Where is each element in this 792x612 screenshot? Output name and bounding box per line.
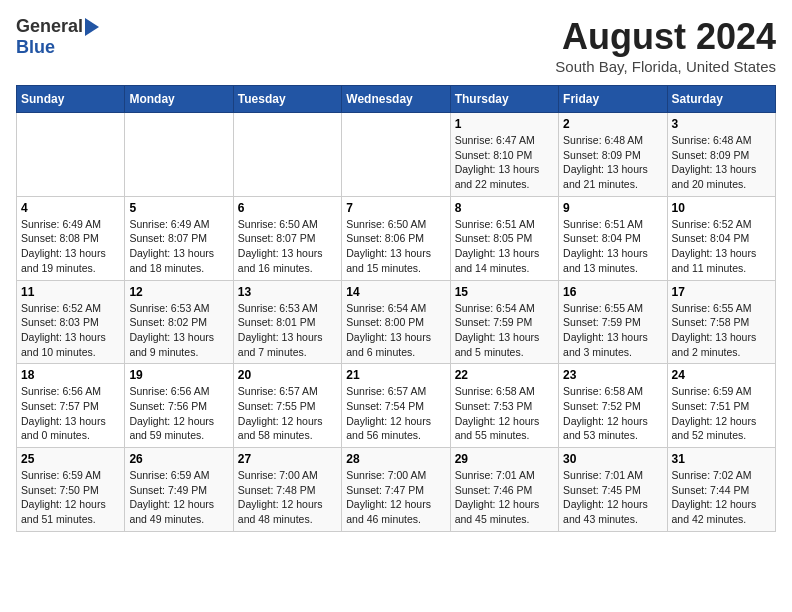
- day-content: Sunrise: 6:55 AM Sunset: 7:59 PM Dayligh…: [563, 301, 662, 360]
- calendar-cell: 7Sunrise: 6:50 AM Sunset: 8:06 PM Daylig…: [342, 196, 450, 280]
- calendar-cell: 23Sunrise: 6:58 AM Sunset: 7:52 PM Dayli…: [559, 364, 667, 448]
- logo: General Blue: [16, 16, 99, 58]
- day-number: 26: [129, 452, 228, 466]
- calendar-cell: 1Sunrise: 6:47 AM Sunset: 8:10 PM Daylig…: [450, 113, 558, 197]
- day-content: Sunrise: 6:58 AM Sunset: 7:53 PM Dayligh…: [455, 384, 554, 443]
- day-content: Sunrise: 6:47 AM Sunset: 8:10 PM Dayligh…: [455, 133, 554, 192]
- calendar-table: SundayMondayTuesdayWednesdayThursdayFrid…: [16, 85, 776, 532]
- calendar-cell: 18Sunrise: 6:56 AM Sunset: 7:57 PM Dayli…: [17, 364, 125, 448]
- calendar-cell: 30Sunrise: 7:01 AM Sunset: 7:45 PM Dayli…: [559, 448, 667, 532]
- calendar-cell: 17Sunrise: 6:55 AM Sunset: 7:58 PM Dayli…: [667, 280, 775, 364]
- calendar-subtitle: South Bay, Florida, United States: [555, 58, 776, 75]
- header-tuesday: Tuesday: [233, 86, 341, 113]
- day-content: Sunrise: 6:51 AM Sunset: 8:05 PM Dayligh…: [455, 217, 554, 276]
- day-number: 30: [563, 452, 662, 466]
- day-number: 3: [672, 117, 771, 131]
- header-wednesday: Wednesday: [342, 86, 450, 113]
- day-content: Sunrise: 6:52 AM Sunset: 8:04 PM Dayligh…: [672, 217, 771, 276]
- day-number: 7: [346, 201, 445, 215]
- day-content: Sunrise: 6:54 AM Sunset: 8:00 PM Dayligh…: [346, 301, 445, 360]
- page-header: General Blue August 2024 South Bay, Flor…: [16, 16, 776, 75]
- calendar-cell: 4Sunrise: 6:49 AM Sunset: 8:08 PM Daylig…: [17, 196, 125, 280]
- day-content: Sunrise: 7:01 AM Sunset: 7:46 PM Dayligh…: [455, 468, 554, 527]
- day-content: Sunrise: 7:02 AM Sunset: 7:44 PM Dayligh…: [672, 468, 771, 527]
- calendar-cell: 13Sunrise: 6:53 AM Sunset: 8:01 PM Dayli…: [233, 280, 341, 364]
- calendar-cell: [125, 113, 233, 197]
- calendar-week-row: 18Sunrise: 6:56 AM Sunset: 7:57 PM Dayli…: [17, 364, 776, 448]
- header-sunday: Sunday: [17, 86, 125, 113]
- day-content: Sunrise: 6:55 AM Sunset: 7:58 PM Dayligh…: [672, 301, 771, 360]
- calendar-cell: 20Sunrise: 6:57 AM Sunset: 7:55 PM Dayli…: [233, 364, 341, 448]
- day-number: 15: [455, 285, 554, 299]
- header-thursday: Thursday: [450, 86, 558, 113]
- day-content: Sunrise: 6:59 AM Sunset: 7:50 PM Dayligh…: [21, 468, 120, 527]
- day-content: Sunrise: 6:54 AM Sunset: 7:59 PM Dayligh…: [455, 301, 554, 360]
- day-number: 21: [346, 368, 445, 382]
- day-content: Sunrise: 7:00 AM Sunset: 7:47 PM Dayligh…: [346, 468, 445, 527]
- day-content: Sunrise: 6:53 AM Sunset: 8:02 PM Dayligh…: [129, 301, 228, 360]
- calendar-cell: 6Sunrise: 6:50 AM Sunset: 8:07 PM Daylig…: [233, 196, 341, 280]
- calendar-cell: 3Sunrise: 6:48 AM Sunset: 8:09 PM Daylig…: [667, 113, 775, 197]
- calendar-cell: 12Sunrise: 6:53 AM Sunset: 8:02 PM Dayli…: [125, 280, 233, 364]
- day-number: 28: [346, 452, 445, 466]
- day-number: 23: [563, 368, 662, 382]
- day-number: 17: [672, 285, 771, 299]
- day-number: 4: [21, 201, 120, 215]
- day-number: 12: [129, 285, 228, 299]
- calendar-cell: 15Sunrise: 6:54 AM Sunset: 7:59 PM Dayli…: [450, 280, 558, 364]
- calendar-cell: 25Sunrise: 6:59 AM Sunset: 7:50 PM Dayli…: [17, 448, 125, 532]
- day-content: Sunrise: 6:58 AM Sunset: 7:52 PM Dayligh…: [563, 384, 662, 443]
- calendar-cell: 2Sunrise: 6:48 AM Sunset: 8:09 PM Daylig…: [559, 113, 667, 197]
- day-content: Sunrise: 6:56 AM Sunset: 7:56 PM Dayligh…: [129, 384, 228, 443]
- calendar-cell: 16Sunrise: 6:55 AM Sunset: 7:59 PM Dayli…: [559, 280, 667, 364]
- day-content: Sunrise: 6:49 AM Sunset: 8:07 PM Dayligh…: [129, 217, 228, 276]
- day-content: Sunrise: 6:57 AM Sunset: 7:55 PM Dayligh…: [238, 384, 337, 443]
- day-number: 25: [21, 452, 120, 466]
- day-number: 19: [129, 368, 228, 382]
- calendar-week-row: 4Sunrise: 6:49 AM Sunset: 8:08 PM Daylig…: [17, 196, 776, 280]
- calendar-cell: [17, 113, 125, 197]
- calendar-title: August 2024: [555, 16, 776, 58]
- calendar-cell: 29Sunrise: 7:01 AM Sunset: 7:46 PM Dayli…: [450, 448, 558, 532]
- day-number: 14: [346, 285, 445, 299]
- header-monday: Monday: [125, 86, 233, 113]
- day-number: 24: [672, 368, 771, 382]
- calendar-cell: 27Sunrise: 7:00 AM Sunset: 7:48 PM Dayli…: [233, 448, 341, 532]
- day-number: 10: [672, 201, 771, 215]
- logo-arrow-icon: [85, 18, 99, 36]
- day-number: 16: [563, 285, 662, 299]
- calendar-week-row: 25Sunrise: 6:59 AM Sunset: 7:50 PM Dayli…: [17, 448, 776, 532]
- calendar-cell: 8Sunrise: 6:51 AM Sunset: 8:05 PM Daylig…: [450, 196, 558, 280]
- day-content: Sunrise: 6:50 AM Sunset: 8:07 PM Dayligh…: [238, 217, 337, 276]
- calendar-cell: 21Sunrise: 6:57 AM Sunset: 7:54 PM Dayli…: [342, 364, 450, 448]
- calendar-cell: 26Sunrise: 6:59 AM Sunset: 7:49 PM Dayli…: [125, 448, 233, 532]
- day-number: 5: [129, 201, 228, 215]
- day-content: Sunrise: 7:01 AM Sunset: 7:45 PM Dayligh…: [563, 468, 662, 527]
- calendar-cell: [342, 113, 450, 197]
- day-number: 1: [455, 117, 554, 131]
- calendar-cell: 19Sunrise: 6:56 AM Sunset: 7:56 PM Dayli…: [125, 364, 233, 448]
- day-number: 22: [455, 368, 554, 382]
- day-number: 9: [563, 201, 662, 215]
- day-content: Sunrise: 6:49 AM Sunset: 8:08 PM Dayligh…: [21, 217, 120, 276]
- logo-general-text: General: [16, 16, 83, 37]
- calendar-header-row: SundayMondayTuesdayWednesdayThursdayFrid…: [17, 86, 776, 113]
- calendar-cell: 22Sunrise: 6:58 AM Sunset: 7:53 PM Dayli…: [450, 364, 558, 448]
- calendar-cell: 14Sunrise: 6:54 AM Sunset: 8:00 PM Dayli…: [342, 280, 450, 364]
- day-content: Sunrise: 6:50 AM Sunset: 8:06 PM Dayligh…: [346, 217, 445, 276]
- day-number: 8: [455, 201, 554, 215]
- calendar-week-row: 1Sunrise: 6:47 AM Sunset: 8:10 PM Daylig…: [17, 113, 776, 197]
- day-content: Sunrise: 7:00 AM Sunset: 7:48 PM Dayligh…: [238, 468, 337, 527]
- calendar-cell: [233, 113, 341, 197]
- calendar-title-area: August 2024 South Bay, Florida, United S…: [555, 16, 776, 75]
- calendar-cell: 9Sunrise: 6:51 AM Sunset: 8:04 PM Daylig…: [559, 196, 667, 280]
- calendar-week-row: 11Sunrise: 6:52 AM Sunset: 8:03 PM Dayli…: [17, 280, 776, 364]
- day-content: Sunrise: 6:59 AM Sunset: 7:49 PM Dayligh…: [129, 468, 228, 527]
- day-number: 6: [238, 201, 337, 215]
- day-content: Sunrise: 6:53 AM Sunset: 8:01 PM Dayligh…: [238, 301, 337, 360]
- day-number: 18: [21, 368, 120, 382]
- day-number: 13: [238, 285, 337, 299]
- day-number: 29: [455, 452, 554, 466]
- day-number: 20: [238, 368, 337, 382]
- day-content: Sunrise: 6:48 AM Sunset: 8:09 PM Dayligh…: [563, 133, 662, 192]
